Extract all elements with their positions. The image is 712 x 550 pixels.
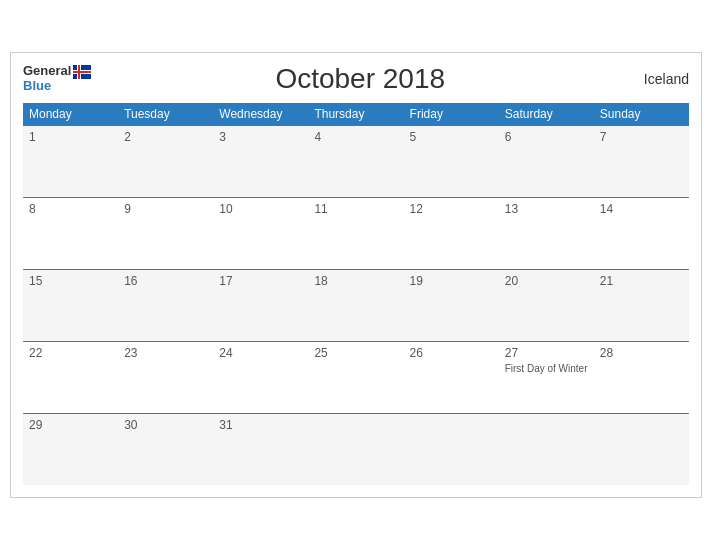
- day-number: 21: [600, 274, 683, 288]
- day-cell: 15: [23, 269, 118, 341]
- day-number: 4: [314, 130, 397, 144]
- country-label: Iceland: [629, 71, 689, 87]
- day-cell: 23: [118, 341, 213, 413]
- day-cell: 20: [499, 269, 594, 341]
- day-cell: [404, 413, 499, 485]
- header-thursday: Thursday: [308, 103, 403, 126]
- day-cell: 1: [23, 125, 118, 197]
- logo-general-text: General: [23, 64, 71, 78]
- day-cell: 22: [23, 341, 118, 413]
- weekday-header-row: Monday Tuesday Wednesday Thursday Friday…: [23, 103, 689, 126]
- day-cell: 13: [499, 197, 594, 269]
- day-number: 24: [219, 346, 302, 360]
- day-cell: 21: [594, 269, 689, 341]
- day-cell: 3: [213, 125, 308, 197]
- header-sunday: Sunday: [594, 103, 689, 126]
- day-cell: 5: [404, 125, 499, 197]
- day-cell: 7: [594, 125, 689, 197]
- day-cell: 27First Day of Winter: [499, 341, 594, 413]
- day-cell: [499, 413, 594, 485]
- logo-blue-text: Blue: [23, 79, 91, 93]
- day-number: 31: [219, 418, 302, 432]
- day-number: 10: [219, 202, 302, 216]
- day-cell: 18: [308, 269, 403, 341]
- day-cell: 16: [118, 269, 213, 341]
- week-row-1: 1234567: [23, 125, 689, 197]
- day-cell: 6: [499, 125, 594, 197]
- logo-general: General: [23, 64, 91, 78]
- header-tuesday: Tuesday: [118, 103, 213, 126]
- day-number: 30: [124, 418, 207, 432]
- day-cell: 28: [594, 341, 689, 413]
- logo-flag-icon: [73, 65, 91, 79]
- day-number: 20: [505, 274, 588, 288]
- day-number: 29: [29, 418, 112, 432]
- day-number: 5: [410, 130, 493, 144]
- day-number: 17: [219, 274, 302, 288]
- day-number: 7: [600, 130, 683, 144]
- day-cell: 11: [308, 197, 403, 269]
- header-monday: Monday: [23, 103, 118, 126]
- day-cell: 4: [308, 125, 403, 197]
- day-number: 3: [219, 130, 302, 144]
- day-number: 2: [124, 130, 207, 144]
- day-cell: 24: [213, 341, 308, 413]
- day-cell: 30: [118, 413, 213, 485]
- header-friday: Friday: [404, 103, 499, 126]
- day-cell: 8: [23, 197, 118, 269]
- day-number: 12: [410, 202, 493, 216]
- week-row-5: 293031: [23, 413, 689, 485]
- day-number: 16: [124, 274, 207, 288]
- day-number: 8: [29, 202, 112, 216]
- day-number: 23: [124, 346, 207, 360]
- header-wednesday: Wednesday: [213, 103, 308, 126]
- day-number: 18: [314, 274, 397, 288]
- calendar-table: Monday Tuesday Wednesday Thursday Friday…: [23, 103, 689, 486]
- day-cell: 17: [213, 269, 308, 341]
- day-cell: 29: [23, 413, 118, 485]
- day-number: 19: [410, 274, 493, 288]
- day-number: 1: [29, 130, 112, 144]
- week-row-4: 222324252627First Day of Winter28: [23, 341, 689, 413]
- day-cell: 10: [213, 197, 308, 269]
- day-number: 27: [505, 346, 588, 360]
- calendar-header: General Blue October 2018 Iceland: [23, 63, 689, 95]
- calendar: General Blue October 2018 Iceland Monday: [10, 52, 702, 499]
- day-cell: 26: [404, 341, 499, 413]
- day-cell: 14: [594, 197, 689, 269]
- day-number: 25: [314, 346, 397, 360]
- day-cell: [594, 413, 689, 485]
- day-number: 26: [410, 346, 493, 360]
- day-number: 13: [505, 202, 588, 216]
- week-row-3: 15161718192021: [23, 269, 689, 341]
- day-number: 9: [124, 202, 207, 216]
- week-row-2: 891011121314: [23, 197, 689, 269]
- day-cell: 25: [308, 341, 403, 413]
- day-number: 28: [600, 346, 683, 360]
- day-cell: 9: [118, 197, 213, 269]
- calendar-title: October 2018: [91, 63, 629, 95]
- day-number: 22: [29, 346, 112, 360]
- day-cell: 19: [404, 269, 499, 341]
- day-cell: 31: [213, 413, 308, 485]
- day-cell: 12: [404, 197, 499, 269]
- day-number: 11: [314, 202, 397, 216]
- day-cell: 2: [118, 125, 213, 197]
- day-cell: [308, 413, 403, 485]
- svg-rect-4: [78, 65, 80, 79]
- logo: General Blue: [23, 64, 91, 93]
- day-number: 6: [505, 130, 588, 144]
- header-saturday: Saturday: [499, 103, 594, 126]
- svg-rect-3: [73, 71, 91, 73]
- event-label: First Day of Winter: [505, 362, 588, 375]
- day-number: 14: [600, 202, 683, 216]
- day-number: 15: [29, 274, 112, 288]
